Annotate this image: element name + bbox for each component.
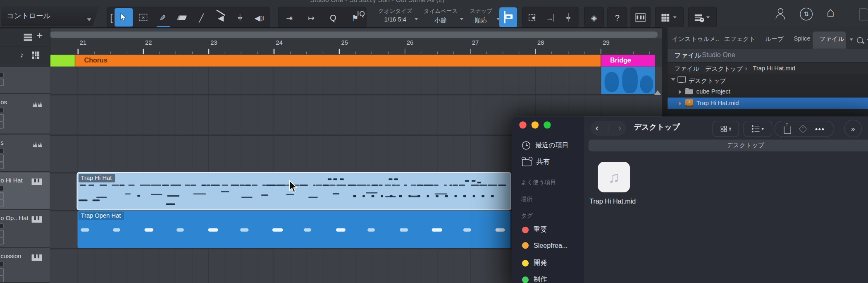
- view-mode-button[interactable]: ▴▾: [713, 121, 739, 137]
- track-button-stub[interactable]: [0, 192, 4, 199]
- eraser-tool-button[interactable]: [173, 8, 191, 26]
- minimize-button[interactable]: [532, 121, 539, 128]
- range-tool-button[interactable]: ✕: [134, 8, 153, 26]
- scroll-up-arrow[interactable]: [654, 90, 661, 95]
- track-header[interactable]: o Hi Hat: [0, 173, 50, 210]
- arrow-tool-button[interactable]: [115, 8, 133, 26]
- marker-section-chorus[interactable]: Chorus: [75, 55, 601, 67]
- sidebar-tag-1[interactable]: Sleepfrea...: [522, 242, 568, 249]
- track-button-stub[interactable]: [0, 268, 4, 275]
- maximize-button[interactable]: [544, 121, 551, 128]
- sidebar-item-recents[interactable]: 最近の項目: [522, 141, 569, 150]
- browser-tab-0[interactable]: インストゥルメ..: [672, 35, 719, 43]
- tag-icon[interactable]: [799, 125, 807, 133]
- track-button-stub[interactable]: [0, 162, 4, 169]
- split-cursor-button[interactable]: ◂▸: [560, 8, 577, 26]
- quantize-tool-button[interactable]: Q: [323, 8, 343, 26]
- tree-row--[interactable]: デスクトップ: [668, 74, 868, 86]
- transform-button[interactable]: ◈: [584, 7, 603, 27]
- help-button[interactable]: ?: [608, 7, 627, 27]
- split-tool-button[interactable]: ◂▸: [231, 8, 249, 26]
- track-button-stub[interactable]: [0, 276, 4, 283]
- timeline-ruler[interactable]: 212223242526272829: [50, 38, 662, 54]
- timebase-dropdown[interactable]: タイムベース 小節: [420, 5, 462, 26]
- marker-section-bridge[interactable]: Bridge: [601, 55, 655, 67]
- follow-button[interactable]: →: [541, 8, 559, 26]
- track-button-stub[interactable]: [0, 237, 4, 244]
- share-icon[interactable]: [784, 126, 791, 133]
- tree-row-trap-hi-hat-mid[interactable]: ♪MIDITrap Hi Hat.mid: [668, 98, 868, 109]
- collapse-triangle-icon[interactable]: [679, 90, 682, 94]
- tree-row-cube-project[interactable]: cube Project: [668, 86, 868, 98]
- track-button-stub[interactable]: [0, 79, 4, 86]
- track-toggle-stub[interactable]: [0, 261, 4, 267]
- stretch-tool-button[interactable]: ↦: [301, 8, 322, 26]
- breadcrumb-item[interactable]: ファイル: [674, 65, 699, 73]
- breadcrumb-item[interactable]: デスクトップ: [705, 65, 742, 73]
- group-view-button[interactable]: ▾: [744, 121, 773, 137]
- sync-button[interactable]: ⇅: [800, 8, 813, 21]
- track-list-menu-icon[interactable]: [24, 34, 32, 41]
- track-toggle-stub[interactable]: [0, 223, 4, 229]
- video-button[interactable]: [631, 7, 650, 27]
- track-toggle-stub[interactable]: [0, 72, 4, 77]
- track-header[interactable]: cussion: [0, 248, 50, 283]
- browser-tab-3[interactable]: Splice: [794, 35, 811, 41]
- subtab-files[interactable]: ファイル: [674, 51, 701, 60]
- add-track-view-button[interactable]: +: [689, 7, 716, 27]
- detach-arrow-icon[interactable]: ↗: [866, 34, 868, 42]
- pads-icon[interactable]: [32, 52, 39, 59]
- track-header[interactable]: os: [0, 94, 50, 135]
- iq-toggle[interactable]: IQ: [357, 10, 365, 18]
- sidebar-tag-2[interactable]: 開発: [522, 258, 547, 268]
- back-button[interactable]: ‹: [596, 123, 599, 133]
- note-icon[interactable]: ♪: [20, 50, 24, 59]
- chevron-down-icon[interactable]: [850, 38, 854, 41]
- listen-tool-button[interactable]: ◀)): [250, 8, 268, 26]
- mute-tool-button[interactable]: ◀: [212, 8, 230, 26]
- collapse-triangle-icon[interactable]: [679, 101, 682, 106]
- subtab-studio-one[interactable]: Studio One: [702, 51, 735, 59]
- sidebar-item-shared[interactable]: 共有: [522, 157, 550, 167]
- toolbar-overflow-button[interactable]: »: [844, 120, 862, 137]
- file-name-label[interactable]: Trap Hi Hat.mid: [589, 197, 636, 205]
- close-button[interactable]: [519, 121, 526, 128]
- autoscroll-button[interactable]: [499, 7, 517, 27]
- search-icon[interactable]: [857, 37, 863, 43]
- marker-section-green[interactable]: [50, 55, 75, 67]
- user-profile-button[interactable]: [775, 8, 786, 19]
- sidebar-tag-0[interactable]: 重要: [522, 225, 547, 235]
- clip-audio-fragment[interactable]: [601, 67, 655, 94]
- track-header[interactable]: o Op.. Hat: [0, 210, 50, 248]
- browser-tab-files[interactable]: ファイル: [819, 35, 844, 43]
- track-button-stub[interactable]: [0, 199, 4, 206]
- fit-tool-button[interactable]: ⇥: [279, 8, 300, 26]
- track-button-stub[interactable]: [0, 230, 4, 237]
- snap-dropdown[interactable]: スナップ 順応: [465, 5, 497, 26]
- browser-tab-2[interactable]: ループ: [765, 35, 784, 43]
- add-track-button[interactable]: +: [36, 29, 43, 41]
- browser-tab-1[interactable]: エフェクト: [724, 35, 755, 43]
- track-button-stub[interactable]: [0, 121, 4, 128]
- home-button[interactable]: ⌂: [827, 5, 835, 20]
- quantize-dropdown[interactable]: クオンタイズ 1/16 5:4: [374, 5, 416, 26]
- more-icon[interactable]: •••: [815, 125, 825, 133]
- breadcrumb-item[interactable]: Trap Hi Hat.mid: [753, 65, 795, 72]
- track-button-stub[interactable]: [0, 155, 4, 162]
- control-dropdown[interactable]: コントロール: [1, 6, 100, 26]
- forward-button[interactable]: ›: [618, 123, 621, 133]
- clip-trap-open-hat[interactable]: Trap Open Hat: [78, 211, 510, 248]
- track-toggle-stub[interactable]: [0, 108, 4, 113]
- track-edit-button[interactable]: ◀: [523, 8, 541, 26]
- pencil-tool-button[interactable]: ✎: [153, 8, 172, 26]
- grid-view-button[interactable]: [656, 7, 683, 27]
- track-button-stub[interactable]: [0, 114, 4, 121]
- midi-file-icon[interactable]: ♫: [598, 162, 630, 192]
- sidebar-tag-3[interactable]: 制作: [522, 275, 547, 283]
- track-toggle-stub[interactable]: [0, 148, 4, 153]
- expand-triangle-icon[interactable]: [671, 78, 675, 81]
- horizontal-scrollbar[interactable]: [50, 31, 658, 38]
- track-toggle-stub[interactable]: [0, 186, 4, 191]
- track-header[interactable]: [0, 67, 50, 94]
- line-tool-button[interactable]: ╱: [192, 8, 210, 26]
